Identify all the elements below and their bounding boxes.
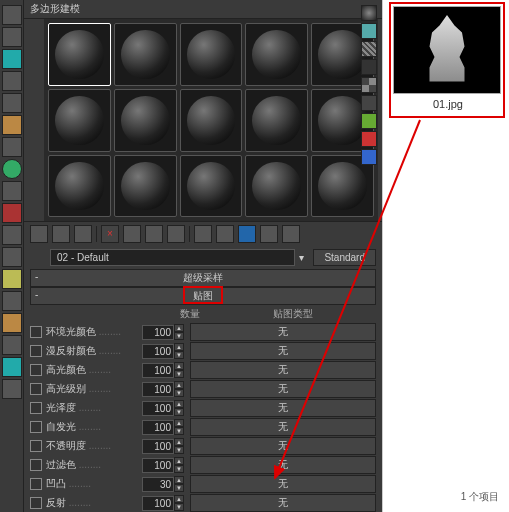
nav-up-icon[interactable] bbox=[145, 225, 163, 243]
map-amount-input[interactable] bbox=[142, 401, 174, 416]
map-enable-checkbox[interactable] bbox=[30, 459, 42, 471]
map-enable-checkbox[interactable] bbox=[30, 497, 42, 509]
spin-down-icon[interactable]: ▼ bbox=[174, 465, 184, 473]
options-icon[interactable] bbox=[194, 225, 212, 243]
spin-down-icon[interactable]: ▼ bbox=[174, 503, 184, 511]
material-slot[interactable] bbox=[245, 89, 308, 152]
tool-gear-icon[interactable] bbox=[2, 291, 22, 311]
nav-fwd-icon[interactable] bbox=[167, 225, 185, 243]
map-amount-input[interactable] bbox=[142, 458, 174, 473]
map-slot-button[interactable]: 无 bbox=[190, 494, 376, 512]
spin-up-icon[interactable]: ▲ bbox=[174, 438, 184, 446]
file-item[interactable]: 01.jpg bbox=[393, 6, 503, 114]
material-slot[interactable] bbox=[114, 89, 177, 152]
spin-up-icon[interactable]: ▲ bbox=[174, 457, 184, 465]
map-enable-checkbox[interactable] bbox=[30, 383, 42, 395]
assign-icon[interactable] bbox=[52, 225, 70, 243]
material-slot[interactable] bbox=[180, 89, 243, 152]
swatch-green-icon[interactable] bbox=[361, 113, 377, 129]
tool-brush-icon[interactable] bbox=[2, 71, 22, 91]
amount-spinner[interactable]: ▲▼ bbox=[174, 343, 184, 359]
tool-misc-icon[interactable] bbox=[2, 247, 22, 267]
amount-spinner[interactable]: ▲▼ bbox=[174, 381, 184, 397]
spin-down-icon[interactable]: ▼ bbox=[174, 484, 184, 492]
map-slot-button[interactable]: 无 bbox=[190, 437, 376, 455]
swatch-red-icon[interactable] bbox=[361, 131, 377, 147]
dropper-icon[interactable] bbox=[30, 225, 48, 243]
map-enable-checkbox[interactable] bbox=[30, 478, 42, 490]
tool-stack-icon[interactable] bbox=[2, 93, 22, 113]
spin-down-icon[interactable]: ▼ bbox=[174, 351, 184, 359]
spin-down-icon[interactable]: ▼ bbox=[174, 408, 184, 416]
map-amount-input[interactable] bbox=[142, 496, 174, 511]
spin-up-icon[interactable]: ▲ bbox=[174, 381, 184, 389]
lib-icon[interactable] bbox=[238, 225, 256, 243]
map-slot-button[interactable]: 无 bbox=[190, 342, 376, 360]
swatch-sample-icon[interactable] bbox=[361, 95, 377, 111]
map-slot-button[interactable]: 无 bbox=[190, 475, 376, 493]
spin-up-icon[interactable]: ▲ bbox=[174, 476, 184, 484]
material-slot[interactable] bbox=[48, 155, 111, 218]
tool-cube-icon[interactable] bbox=[2, 269, 22, 289]
amount-spinner[interactable]: ▲▼ bbox=[174, 419, 184, 435]
tool-hammer-icon[interactable] bbox=[2, 181, 22, 201]
map-enable-checkbox[interactable] bbox=[30, 345, 42, 357]
tool-dropper-icon[interactable] bbox=[2, 137, 22, 157]
tool-paint-icon[interactable] bbox=[2, 203, 22, 223]
spin-up-icon[interactable]: ▲ bbox=[174, 495, 184, 503]
material-slot[interactable] bbox=[114, 23, 177, 86]
map-amount-input[interactable] bbox=[142, 439, 174, 454]
material-name-input[interactable] bbox=[50, 249, 295, 266]
spin-down-icon[interactable]: ▼ bbox=[174, 427, 184, 435]
map-amount-input[interactable] bbox=[142, 420, 174, 435]
tool-grid-icon[interactable] bbox=[2, 335, 22, 355]
tool-fx-icon[interactable] bbox=[2, 313, 22, 333]
amount-spinner[interactable]: ▲▼ bbox=[174, 400, 184, 416]
amount-spinner[interactable]: ▲▼ bbox=[174, 495, 184, 511]
material-slot[interactable] bbox=[48, 23, 111, 86]
select-by-mat-icon[interactable] bbox=[216, 225, 234, 243]
spin-up-icon[interactable]: ▲ bbox=[174, 343, 184, 351]
amount-spinner[interactable]: ▲▼ bbox=[174, 362, 184, 378]
material-slot[interactable] bbox=[180, 23, 243, 86]
tool-select-icon[interactable] bbox=[2, 27, 22, 47]
spin-up-icon[interactable]: ▲ bbox=[174, 362, 184, 370]
amount-spinner[interactable]: ▲▼ bbox=[174, 457, 184, 473]
rollout-supersampling[interactable]: - 超级采样 bbox=[30, 269, 376, 287]
map-enable-checkbox[interactable] bbox=[30, 364, 42, 376]
map-amount-input[interactable] bbox=[142, 325, 174, 340]
tool-teapot-icon[interactable] bbox=[2, 49, 22, 69]
reset-icon[interactable] bbox=[74, 225, 92, 243]
delete-icon[interactable]: × bbox=[101, 225, 119, 243]
spin-up-icon[interactable]: ▲ bbox=[174, 419, 184, 427]
material-slot[interactable] bbox=[48, 89, 111, 152]
swatch-bg-icon[interactable] bbox=[361, 59, 377, 75]
map-amount-input[interactable] bbox=[142, 382, 174, 397]
amount-spinner[interactable]: ▲▼ bbox=[174, 476, 184, 492]
amount-spinner[interactable]: ▲▼ bbox=[174, 438, 184, 454]
map-slot-button[interactable]: 无 bbox=[190, 323, 376, 341]
swatch-sphere-icon[interactable] bbox=[361, 5, 377, 21]
tool-light-icon[interactable] bbox=[2, 159, 22, 179]
map-amount-input[interactable] bbox=[142, 344, 174, 359]
slot-icon[interactable] bbox=[260, 225, 278, 243]
material-slot[interactable] bbox=[245, 155, 308, 218]
tool-link-icon[interactable] bbox=[2, 5, 22, 25]
tool-wave-icon[interactable] bbox=[2, 357, 22, 377]
map-enable-checkbox[interactable] bbox=[30, 402, 42, 414]
map-slot-button[interactable]: 无 bbox=[190, 361, 376, 379]
pick-icon[interactable] bbox=[30, 250, 46, 266]
rollout-maps[interactable]: - 贴图 bbox=[30, 287, 376, 305]
map-enable-checkbox[interactable] bbox=[30, 440, 42, 452]
map-amount-input[interactable] bbox=[142, 477, 174, 492]
swatch-checker-icon[interactable] bbox=[361, 41, 377, 57]
map-enable-checkbox[interactable] bbox=[30, 326, 42, 338]
spin-down-icon[interactable]: ▼ bbox=[174, 370, 184, 378]
tool-layer-icon[interactable] bbox=[2, 225, 22, 245]
material-type-button[interactable]: Standard bbox=[313, 249, 376, 266]
map-enable-checkbox[interactable] bbox=[30, 421, 42, 433]
map-slot-button[interactable]: 无 bbox=[190, 399, 376, 417]
map-amount-input[interactable] bbox=[142, 363, 174, 378]
map-slot-button[interactable]: 无 bbox=[190, 456, 376, 474]
map-slot-button[interactable]: 无 bbox=[190, 380, 376, 398]
